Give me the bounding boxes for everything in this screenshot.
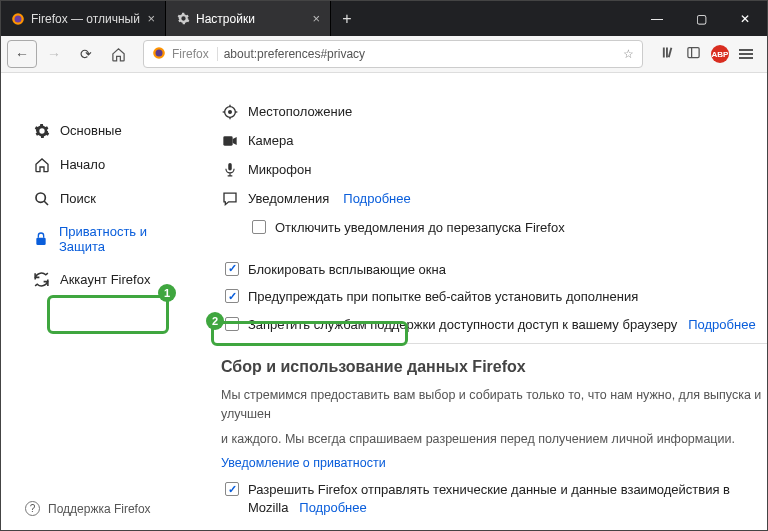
learn-more-link[interactable]: Подробнее: [688, 317, 755, 332]
search-icon: [33, 190, 50, 207]
svg-point-11: [36, 193, 45, 202]
learn-more-link[interactable]: Подробнее: [343, 191, 410, 206]
camera-icon: [221, 132, 238, 149]
svg-point-1: [15, 15, 22, 22]
checkbox[interactable]: [225, 317, 239, 331]
learn-more-link[interactable]: Подробнее: [299, 500, 366, 515]
location-icon: [221, 103, 238, 120]
checkbox-label: Запретить службам поддержки доступности …: [248, 316, 756, 334]
checkbox[interactable]: [225, 262, 239, 276]
firefox-icon: [152, 46, 166, 63]
sidebar-item-label: Начало: [60, 157, 105, 172]
sync-icon: [33, 271, 50, 288]
minimize-button[interactable]: ―: [635, 1, 679, 36]
svg-rect-13: [36, 238, 45, 245]
tab-label: Firefox — отличный браузер д: [31, 12, 141, 26]
bookmark-star-icon[interactable]: ☆: [623, 47, 634, 61]
checkbox[interactable]: [225, 482, 239, 496]
section-heading: Сбор и использование данных Firefox: [221, 358, 767, 376]
checkbox[interactable]: [252, 220, 266, 234]
sidebar-item-general[interactable]: Основные: [25, 117, 187, 144]
back-button[interactable]: ←: [7, 40, 37, 68]
firefox-favicon: [11, 12, 25, 26]
url-text: about:preferences#privacy: [224, 47, 617, 61]
gear-icon: [33, 122, 50, 139]
maximize-button[interactable]: ▢: [679, 1, 723, 36]
section-paragraph: Мы стремимся предоставить вам выбор и со…: [221, 386, 767, 424]
annotation-badge-1: 1: [158, 284, 176, 302]
library-icon[interactable]: [661, 45, 676, 64]
home-icon: [33, 156, 50, 173]
browser-toolbar: ← → ⟳ Firefox about:preferences#privacy …: [1, 36, 767, 73]
address-bar[interactable]: Firefox about:preferences#privacy ☆: [143, 40, 643, 68]
section-paragraph: и каждого. Мы всегда спрашиваем разрешен…: [221, 430, 767, 449]
close-icon[interactable]: ×: [312, 11, 320, 26]
block-popups-checkbox-row[interactable]: Блокировать всплывающие окна: [221, 261, 767, 279]
svg-rect-5: [666, 47, 668, 57]
svg-rect-21: [228, 163, 232, 171]
sidebar-item-home[interactable]: Начало: [25, 151, 187, 178]
sidebar-item-label: Поиск: [60, 191, 96, 206]
tab-1[interactable]: Firefox — отличный браузер д ×: [1, 1, 166, 36]
permission-camera: Камера: [221, 132, 767, 149]
permission-location: Местоположение: [221, 103, 767, 120]
sidebar-item-label: Приватность и Защита: [59, 224, 179, 254]
checkbox-label: Предупреждать при попытке веб-сайтов уст…: [248, 288, 638, 306]
settings-main-panel: Местоположение Камера Микрофон Уведомлен…: [197, 73, 767, 530]
svg-rect-6: [668, 47, 672, 57]
sidebar-item-privacy[interactable]: Приватность и Защита: [25, 219, 187, 259]
svg-rect-20: [223, 136, 232, 145]
tab-label: Настройки: [196, 12, 306, 26]
warn-addons-checkbox-row[interactable]: Предупреждать при попытке веб-сайтов уст…: [221, 288, 767, 306]
support-label: Поддержка Firefox: [48, 502, 151, 516]
permission-label: Уведомления: [248, 191, 329, 206]
support-link[interactable]: ? Поддержка Firefox: [25, 501, 151, 516]
svg-point-3: [156, 49, 163, 56]
window-controls: ― ▢ ✕: [635, 1, 767, 36]
checkbox-label: Блокировать всплывающие окна: [248, 261, 446, 279]
svg-point-15: [228, 110, 231, 113]
permission-label: Микрофон: [248, 162, 311, 177]
annotation-badge-2: 2: [206, 312, 224, 330]
permission-microphone: Микрофон: [221, 161, 767, 178]
tab-2[interactable]: Настройки ×: [166, 1, 331, 36]
checkbox-text: Запретить службам поддержки доступности …: [248, 317, 677, 332]
microphone-icon: [221, 161, 238, 178]
chat-icon: [221, 190, 238, 207]
menu-button[interactable]: [739, 49, 753, 59]
checkbox[interactable]: [225, 289, 239, 303]
svg-rect-7: [688, 47, 699, 57]
allow-tech-data-checkbox-row[interactable]: Разрешить Firefox отправлять технические…: [221, 481, 767, 516]
disable-notifications-checkbox-row[interactable]: Отключить уведомления до перезапуска Fir…: [248, 219, 767, 237]
close-icon[interactable]: ×: [147, 11, 155, 26]
svg-rect-4: [663, 47, 665, 57]
sidebar-item-label: Аккаунт Firefox: [60, 272, 150, 287]
sidebar-item-label: Основные: [60, 123, 122, 138]
window-titlebar: Firefox — отличный браузер д × Настройки…: [1, 1, 767, 36]
sidebar-icon[interactable]: [686, 45, 701, 64]
separator: [221, 343, 767, 344]
reload-button[interactable]: ⟳: [71, 40, 101, 68]
sidebar-item-search[interactable]: Поиск: [25, 185, 187, 212]
checkbox-label: Разрешить Firefox отправлять технические…: [248, 481, 767, 516]
privacy-notice-link[interactable]: Уведомление о приватности: [221, 456, 386, 470]
forward-button[interactable]: →: [39, 40, 69, 68]
permission-label: Камера: [248, 133, 293, 148]
close-window-button[interactable]: ✕: [723, 1, 767, 36]
checkbox-label: Отключить уведомления до перезапуска Fir…: [275, 219, 565, 237]
adblock-icon[interactable]: ABP: [711, 45, 729, 63]
gear-icon: [176, 12, 190, 26]
permission-label: Местоположение: [248, 104, 352, 119]
svg-line-12: [44, 201, 48, 205]
block-a11y-checkbox-row[interactable]: Запретить службам поддержки доступности …: [221, 316, 767, 334]
question-icon: ?: [25, 501, 40, 516]
settings-content: Основные Начало Поиск Приватность и Защи…: [1, 73, 767, 530]
lock-icon: [33, 231, 49, 248]
new-tab-button[interactable]: +: [331, 1, 363, 36]
permission-notifications: Уведомления Подробнее: [221, 190, 767, 207]
home-button[interactable]: [103, 40, 133, 68]
url-identity: Firefox: [172, 47, 218, 61]
